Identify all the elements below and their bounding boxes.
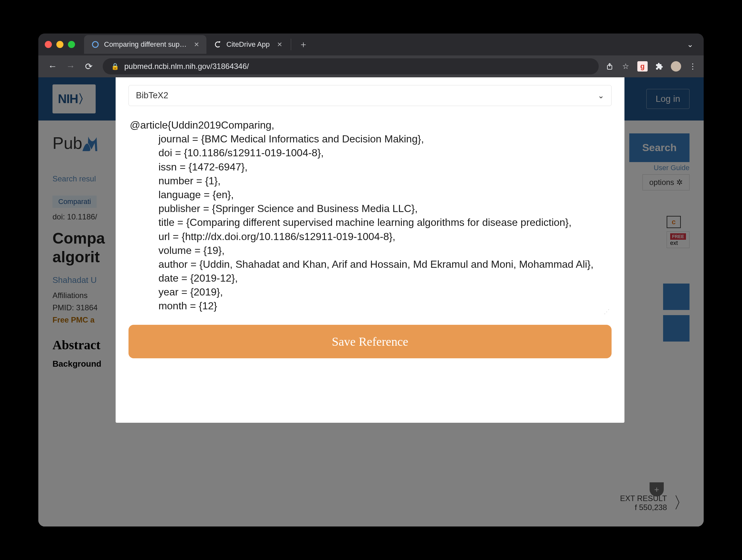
address-bar: ← → ⟳ 🔒 pubmed.ncbi.nlm.nih.gov/31864346… <box>38 55 704 77</box>
resize-handle-icon[interactable]: ⋰ <box>604 308 610 315</box>
extensions-puzzle-icon[interactable] <box>655 62 664 71</box>
lock-icon: 🔒 <box>111 62 119 70</box>
tab-citedrive[interactable]: CiteDrive App ✕ <box>206 35 289 54</box>
bookmark-star-icon[interactable]: ☆ <box>621 62 630 71</box>
browser-window: Comparing different supervise ✕ CiteDriv… <box>38 34 704 526</box>
reload-button[interactable]: ⟳ <box>81 59 96 74</box>
minimize-window-button[interactable] <box>56 41 63 48</box>
tab-title: CiteDrive App <box>226 40 270 49</box>
citedrive-favicon <box>214 40 222 49</box>
svg-point-0 <box>93 42 98 47</box>
tab-pubmed[interactable]: Comparing different supervise ✕ <box>84 35 206 54</box>
tab-title: Comparing different supervise <box>104 40 187 49</box>
close-window-button[interactable] <box>45 41 52 48</box>
new-tab-button[interactable]: ＋ <box>299 38 308 51</box>
format-select[interactable]: BibTeX2 ⌄ <box>128 85 612 106</box>
close-tab-icon[interactable]: ✕ <box>194 41 199 48</box>
page-content: NIH 〉 Log in Pub Search User Guide Searc… <box>38 77 704 526</box>
share-icon[interactable] <box>605 62 614 71</box>
svg-point-1 <box>219 41 220 43</box>
tab-bar: Comparing different supervise ✕ CiteDriv… <box>38 34 704 55</box>
format-select-label: BibTeX2 <box>136 91 168 101</box>
tab-overflow-chevron[interactable]: ⌄ <box>687 40 693 49</box>
maximize-window-button[interactable] <box>68 41 75 48</box>
forward-button[interactable]: → <box>63 59 78 74</box>
chevron-down-icon: ⌄ <box>598 91 604 100</box>
profile-avatar[interactable] <box>671 61 681 71</box>
citation-modal: BibTeX2 ⌄ @article{Uddin2019Comparing, j… <box>116 77 625 423</box>
save-reference-button[interactable]: Save Reference <box>128 325 612 358</box>
toolbar-icons: ☆ g ⋮ <box>605 61 697 71</box>
window-controls <box>45 41 75 48</box>
chrome-menu-icon[interactable]: ⋮ <box>688 62 697 71</box>
tab-divider <box>291 39 291 50</box>
extension-icon-g[interactable]: g <box>637 61 648 71</box>
close-tab-icon[interactable]: ✕ <box>277 41 282 48</box>
back-button[interactable]: ← <box>45 59 60 74</box>
pubmed-favicon <box>91 40 100 49</box>
bibtex-textarea[interactable]: @article{Uddin2019Comparing, journal = {… <box>128 116 612 316</box>
url-text: pubmed.ncbi.nlm.nih.gov/31864346/ <box>124 62 590 71</box>
url-field[interactable]: 🔒 pubmed.ncbi.nlm.nih.gov/31864346/ <box>103 58 599 74</box>
